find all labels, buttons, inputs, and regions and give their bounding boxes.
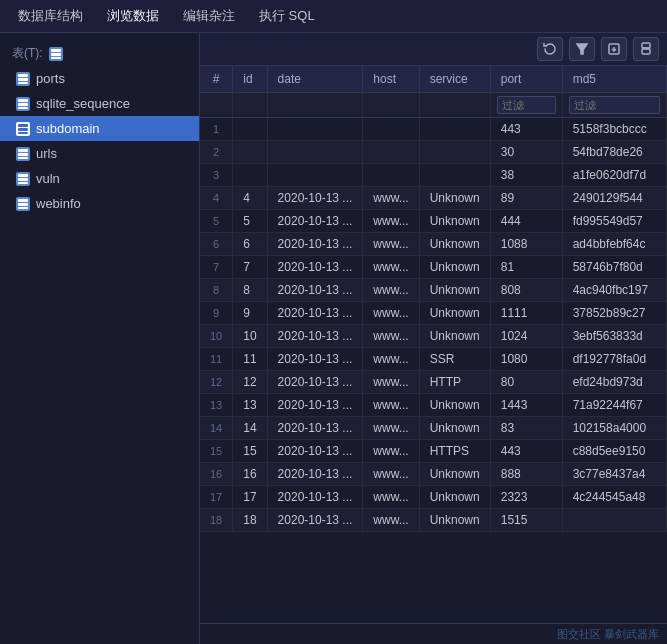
cell-md5: 4c244545a48: [562, 486, 666, 509]
cell-host: www...: [363, 256, 419, 279]
menu-execute-sql[interactable]: 执行 SQL: [249, 4, 325, 28]
db-icon-urls: [16, 147, 30, 161]
cell-rownum: 3: [200, 164, 233, 187]
cell-host: www...: [363, 371, 419, 394]
cell-md5: 3c77e8437a4: [562, 463, 666, 486]
cell-md5: df192778fa0d: [562, 348, 666, 371]
svg-rect-11: [18, 132, 28, 134]
cell-rownum: 10: [200, 325, 233, 348]
svg-rect-18: [18, 199, 28, 202]
cell-host: www...: [363, 394, 419, 417]
cell-port: 81: [490, 256, 562, 279]
data-table: # id date host service port md5: [200, 66, 667, 532]
cell-date: 2020-10-13 ...: [267, 210, 363, 233]
cell-id: [233, 118, 267, 141]
cell-service: Unknown: [419, 463, 490, 486]
refresh-button[interactable]: [537, 37, 563, 61]
cell-port: 30: [490, 141, 562, 164]
cell-date: 2020-10-13 ...: [267, 256, 363, 279]
app-root: 数据库结构 浏览数据 编辑杂注 执行 SQL 表(T): ports: [0, 0, 667, 644]
main-layout: 表(T): ports sqlite_sequence: [0, 33, 667, 644]
export-button[interactable]: [601, 37, 627, 61]
menu-edit-pragma[interactable]: 编辑杂注: [173, 4, 245, 28]
table-item-urls[interactable]: urls: [0, 141, 199, 166]
cell-rownum: 12: [200, 371, 233, 394]
table-item-subdomain[interactable]: subdomain: [0, 116, 199, 141]
db-icon-webinfo: [16, 197, 30, 211]
cell-host: www...: [363, 440, 419, 463]
table-row: 662020-10-13 ...www...Unknown1088ad4bbfe…: [200, 233, 667, 256]
cell-id: 8: [233, 279, 267, 302]
col-header-id: id: [233, 66, 267, 93]
cell-port: 83: [490, 417, 562, 440]
cell-port: 443: [490, 440, 562, 463]
cell-id: 18: [233, 509, 267, 532]
port-filter-input[interactable]: [497, 96, 556, 114]
cell-date: 2020-10-13 ...: [267, 486, 363, 509]
table-item-vuln[interactable]: vuln: [0, 166, 199, 191]
svg-rect-19: [18, 203, 28, 206]
filter-button[interactable]: [569, 37, 595, 61]
menu-browse-data[interactable]: 浏览数据: [97, 4, 169, 28]
table-item-sqlite-sequence[interactable]: sqlite_sequence: [0, 91, 199, 116]
table-row: 992020-10-13 ...www...Unknown111137852b8…: [200, 302, 667, 325]
cell-date: 2020-10-13 ...: [267, 371, 363, 394]
cell-port: 80: [490, 371, 562, 394]
svg-rect-0: [51, 49, 61, 52]
cell-date: 2020-10-13 ...: [267, 348, 363, 371]
table-icon: [49, 47, 63, 61]
cell-port: 1024: [490, 325, 562, 348]
db-icon-sqlite: [16, 97, 30, 111]
cell-id: 16: [233, 463, 267, 486]
cell-host: www...: [363, 325, 419, 348]
cell-service: [419, 141, 490, 164]
cell-port: 1443: [490, 394, 562, 417]
md5-filter-input[interactable]: [569, 96, 660, 114]
cell-id: 6: [233, 233, 267, 256]
table-row: 13132020-10-13 ...www...Unknown144371a92…: [200, 394, 667, 417]
cell-rownum: 11: [200, 348, 233, 371]
cell-service: Unknown: [419, 256, 490, 279]
svg-rect-2: [51, 57, 61, 59]
cell-host: [363, 118, 419, 141]
cell-date: 2020-10-13 ...: [267, 279, 363, 302]
table-item-ports[interactable]: ports: [0, 66, 199, 91]
cell-service: Unknown: [419, 279, 490, 302]
cell-port: 443: [490, 118, 562, 141]
cell-rownum: 4: [200, 187, 233, 210]
cell-date: 2020-10-13 ...: [267, 463, 363, 486]
svg-rect-4: [18, 78, 28, 81]
data-table-container[interactable]: # id date host service port md5: [200, 66, 667, 623]
cell-id: [233, 164, 267, 187]
svg-rect-25: [642, 49, 650, 54]
cell-port: 888: [490, 463, 562, 486]
cell-date: 2020-10-13 ...: [267, 394, 363, 417]
print-button[interactable]: [633, 37, 659, 61]
table-item-webinfo[interactable]: webinfo: [0, 191, 199, 216]
cell-port: 444: [490, 210, 562, 233]
cell-id: 4: [233, 187, 267, 210]
cell-date: 2020-10-13 ...: [267, 417, 363, 440]
svg-rect-15: [18, 174, 28, 177]
svg-rect-17: [18, 182, 28, 184]
cell-md5: [562, 509, 666, 532]
cell-host: www...: [363, 302, 419, 325]
cell-host: www...: [363, 486, 419, 509]
svg-marker-21: [577, 44, 587, 54]
cell-port: 2323: [490, 486, 562, 509]
cell-service: HTTPS: [419, 440, 490, 463]
cell-port: 38: [490, 164, 562, 187]
cell-host: [363, 141, 419, 164]
cell-md5: 71a92244f67: [562, 394, 666, 417]
cell-id: 9: [233, 302, 267, 325]
cell-date: 2020-10-13 ...: [267, 187, 363, 210]
cell-service: Unknown: [419, 417, 490, 440]
cell-service: [419, 164, 490, 187]
cell-id: [233, 141, 267, 164]
table-row: 442020-10-13 ...www...Unknown892490129f5…: [200, 187, 667, 210]
cell-date: 2020-10-13 ...: [267, 440, 363, 463]
menu-db-structure[interactable]: 数据库结构: [8, 4, 93, 28]
cell-service: SSR: [419, 348, 490, 371]
svg-rect-13: [18, 153, 28, 156]
cell-port: 1088: [490, 233, 562, 256]
